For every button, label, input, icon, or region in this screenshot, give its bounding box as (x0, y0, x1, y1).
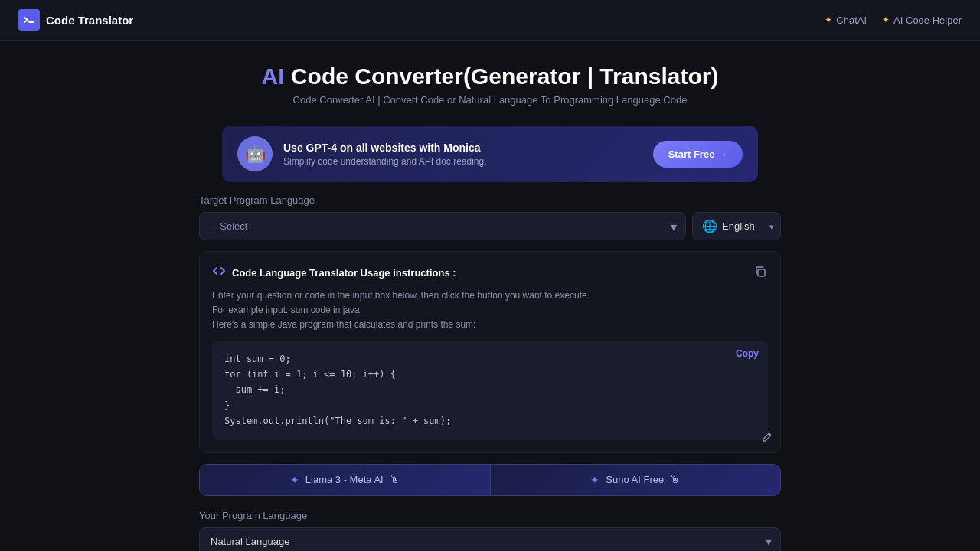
start-free-button[interactable]: Start Free → (653, 141, 743, 168)
suno-label: Suno AI Free (606, 474, 664, 485)
spark-icon-1: ✦ (825, 15, 832, 25)
instruction-box: Code Language Translator Usage instructi… (199, 251, 781, 453)
instruction-title: Code Language Translator Usage instructi… (232, 267, 456, 279)
monica-text: Use GPT-4 on all websites with Monica Si… (283, 142, 487, 167)
code-content: int sum = 0; for (int i = 1; i <= 10; i+… (224, 351, 756, 429)
copy-code-button[interactable]: Copy (736, 348, 759, 359)
hero-section: AI Code Converter(Generator | Translator… (0, 41, 980, 113)
ai-model-row: ✦ Llama 3 - Meta AI 🖱 ✦ Suno AI Free 🖱 (199, 464, 781, 496)
monica-description: Simplify code understanding and API doc … (283, 156, 487, 167)
main-content: Target Program Language -- Select -- Pyt… (184, 194, 796, 551)
instruction-header: Code Language Translator Usage instructi… (212, 264, 768, 282)
header: Code Translator ✦ ChatAI ✦ AI Code Helpe… (0, 0, 980, 41)
monica-banner: 🤖 Use GPT-4 on all websites with Monica … (222, 126, 758, 182)
language-globe-wrapper[interactable]: 🌐 English Chinese Spanish French (692, 212, 781, 240)
logo: Code Translator (18, 9, 133, 31)
instruction-line-2: For example input: sum code in java; (212, 303, 768, 318)
suno-spark-icon: ✦ (590, 474, 599, 486)
monica-heading: Use GPT-4 on all websites with Monica (283, 142, 487, 154)
logo-icon (18, 9, 40, 31)
ai-code-helper-link[interactable]: ✦ AI Code Helper (882, 15, 962, 26)
instruction-header-left: Code Language Translator Usage instructi… (212, 264, 456, 281)
llama-cursor-icon: 🖱 (390, 474, 400, 485)
target-language-select-wrapper[interactable]: -- Select -- Python JavaScript Java C++ (199, 212, 686, 240)
svg-rect-0 (758, 269, 765, 276)
code-block: Copy int sum = 0; for (int i = 1; i <= 1… (212, 341, 768, 440)
target-language-select[interactable]: -- Select -- Python JavaScript Java C++ (199, 212, 686, 240)
hero-title: AI Code Converter(Generator | Translator… (15, 64, 965, 90)
target-language-label: Target Program Language (199, 194, 781, 206)
language-row: -- Select -- Python JavaScript Java C++ … (199, 212, 781, 240)
chat-ai-link[interactable]: ✦ ChatAI (825, 15, 867, 26)
monica-left: 🤖 Use GPT-4 on all websites with Monica … (237, 136, 487, 171)
your-program-section: Your Program Language Natural Language P… (199, 510, 781, 551)
code-bracket-icon (212, 264, 226, 281)
program-language-select[interactable]: Natural Language Python JavaScript Java (199, 527, 781, 551)
suno-button[interactable]: ✦ Suno AI Free 🖱 (491, 465, 781, 495)
your-program-label: Your Program Language (199, 510, 781, 521)
edit-icon-button[interactable] (762, 432, 773, 445)
hero-title-ai: AI (262, 64, 285, 89)
program-language-select-wrapper[interactable]: Natural Language Python JavaScript Java (199, 527, 781, 551)
suno-cursor-icon: 🖱 (670, 474, 680, 485)
copy-instructions-button[interactable] (753, 264, 768, 282)
ui-language-select[interactable]: English Chinese Spanish French (722, 220, 771, 232)
instruction-text: Enter your question or code in the input… (212, 289, 768, 333)
instruction-line-3: Here's a simple Java program that calcul… (212, 318, 768, 332)
llama3-button[interactable]: ✦ Llama 3 - Meta AI 🖱 (200, 465, 491, 495)
chat-ai-label: ChatAI (836, 15, 867, 26)
logo-text: Code Translator (46, 14, 133, 27)
hero-title-rest: Code Converter(Generator | Translator) (285, 64, 719, 89)
ai-code-helper-label: AI Code Helper (893, 15, 962, 26)
llama-spark-icon: ✦ (290, 474, 299, 486)
monica-avatar: 🤖 (237, 136, 273, 171)
llama3-label: Llama 3 - Meta AI (305, 474, 384, 485)
hero-subtitle: Code Converter AI | Convert Code or Natu… (15, 94, 965, 106)
header-nav: ✦ ChatAI ✦ AI Code Helper (825, 15, 962, 26)
instruction-line-1: Enter your question or code in the input… (212, 289, 768, 303)
globe-icon: 🌐 (702, 219, 717, 233)
spark-icon-2: ✦ (882, 15, 890, 25)
